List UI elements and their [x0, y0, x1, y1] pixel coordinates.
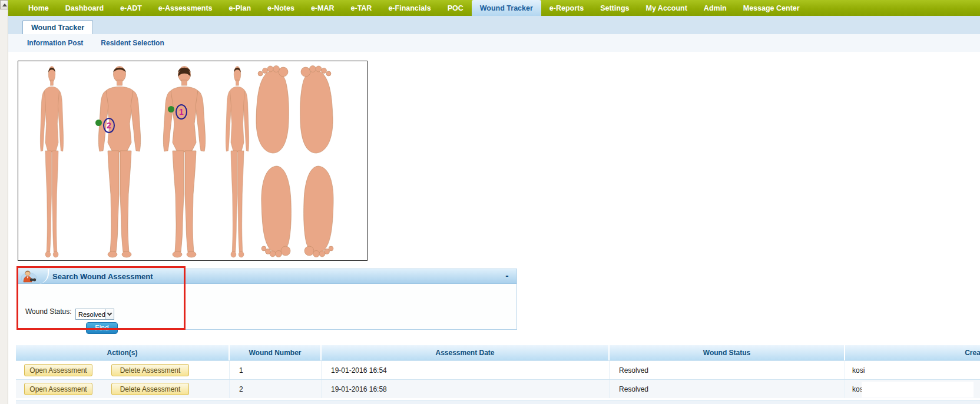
nav-item-e-mar[interactable]: e-MAR	[303, 0, 343, 16]
assessment-date-cell: 19-01-2016 16:54	[322, 361, 610, 379]
header-arc-decoration	[38, 269, 49, 284]
header-wound-number: Wound Number	[230, 345, 322, 360]
wound-status-selected-value: Resolved	[76, 311, 105, 318]
panel-body: Wound Status: Resolved Find	[18, 284, 517, 330]
open-assessment-button[interactable]: Open Assessment	[24, 383, 92, 395]
select-dropdown-arrow-icon[interactable]	[105, 309, 114, 319]
wound-marker-2[interactable]: 2	[103, 118, 115, 133]
figure-back	[163, 67, 205, 258]
figure-front	[98, 67, 140, 258]
figure-side-left	[40, 67, 63, 258]
nav-item-message-center[interactable]: Message Center	[735, 0, 808, 16]
body-diagram-svg	[18, 61, 367, 260]
nav-item-home[interactable]: Home	[20, 0, 57, 16]
link-information-post[interactable]: Information Post	[27, 39, 83, 47]
left-scrollbar-track[interactable]	[0, 0, 8, 404]
created-by-text: kosi	[852, 366, 865, 375]
tab-strip: Wound Tracker	[8, 16, 980, 34]
header-wound-status: Wound Status	[610, 345, 845, 360]
search-person-icon	[21, 270, 38, 283]
actions-cell: Open Assessment Delete Assessment	[16, 361, 230, 379]
wound-number-cell: 2	[230, 380, 322, 398]
find-button[interactable]: Find	[86, 322, 118, 334]
results-table: Action(s) Wound Number Assessment Date W…	[16, 345, 980, 398]
nav-item-e-financials[interactable]: e-Financials	[380, 0, 439, 16]
nav-item-wound-tracker[interactable]: Wound Tracker	[472, 0, 541, 16]
table-row: Open Assessment Delete Assessment 1 19-0…	[16, 360, 980, 379]
nav-item-e-plan[interactable]: e-Plan	[221, 0, 260, 16]
header-assessment-date: Assessment Date	[322, 345, 610, 360]
nav-item-e-reports[interactable]: e-Reports	[541, 0, 592, 16]
search-wound-assessment-panel: Search Wound Assessment - Wound Status: …	[18, 269, 517, 330]
wound-marker-dot-1[interactable]	[168, 106, 174, 112]
wound-status-cell: Resolved	[610, 380, 845, 398]
panel-header: Search Wound Assessment -	[18, 269, 517, 284]
actions-cell: Open Assessment Delete Assessment	[16, 380, 230, 398]
wound-marker-dot-2[interactable]	[95, 120, 102, 126]
panel-title: Search Wound Assessment	[52, 269, 153, 284]
wound-marker-1[interactable]: 1	[176, 104, 187, 120]
delete-assessment-button[interactable]: Delete Assessment	[111, 383, 189, 395]
sub-nav: Information Post Resident Selection	[8, 34, 980, 52]
feet-dorsal	[261, 166, 333, 257]
created-by-cell: kosi	[845, 361, 980, 379]
nav-item-poc[interactable]: POC	[439, 0, 472, 16]
wound-status-cell: Resolved	[610, 361, 845, 379]
figure-side-right	[226, 67, 249, 258]
feet-plantar	[256, 66, 333, 154]
table-row: Open Assessment Delete Assessment 2 19-0…	[16, 379, 980, 398]
scroll-up-arrow-icon	[2, 4, 7, 6]
nav-item-e-assessments[interactable]: e-Assessments	[150, 0, 221, 16]
header-created-by: Crea	[845, 345, 980, 360]
wound-status-select[interactable]: Resolved	[75, 309, 114, 320]
scroll-up-button[interactable]	[0, 0, 8, 9]
wound-status-label: Wound Status:	[25, 307, 72, 316]
main-nav-bar: Home Dashboard e-ADT e-Assessments e-Pla…	[8, 0, 980, 16]
nav-item-my-account[interactable]: My Account	[637, 0, 695, 16]
redaction-box	[865, 363, 968, 377]
wound-tracker-page: Home Dashboard e-ADT e-Assessments e-Pla…	[0, 0, 980, 404]
header-actions: Action(s)	[16, 345, 230, 360]
nav-item-dashboard[interactable]: Dashboard	[57, 0, 112, 16]
table-header-row: Action(s) Wound Number Assessment Date W…	[16, 345, 980, 360]
redaction-box	[862, 382, 974, 398]
nav-item-e-tar[interactable]: e-TAR	[343, 0, 380, 16]
open-assessment-button[interactable]: Open Assessment	[24, 364, 92, 376]
link-resident-selection[interactable]: Resident Selection	[101, 39, 164, 47]
created-by-cell: kosi	[845, 380, 980, 398]
results-table-container: Action(s) Wound Number Assessment Date W…	[16, 345, 980, 398]
body-diagram: 2 1	[18, 61, 368, 261]
collapse-panel-button[interactable]: -	[502, 270, 512, 281]
nav-item-settings[interactable]: Settings	[592, 0, 637, 16]
assessment-date-cell: 19-01-2016 16:58	[322, 380, 610, 398]
next-row-partial-strip	[16, 400, 980, 404]
wound-number-cell: 1	[230, 361, 322, 379]
nav-item-admin[interactable]: Admin	[696, 0, 735, 16]
nav-item-e-adt[interactable]: e-ADT	[112, 0, 150, 16]
delete-assessment-button[interactable]: Delete Assessment	[111, 364, 189, 376]
nav-item-e-notes[interactable]: e-Notes	[259, 0, 303, 16]
tab-wound-tracker[interactable]: Wound Tracker	[22, 20, 93, 34]
